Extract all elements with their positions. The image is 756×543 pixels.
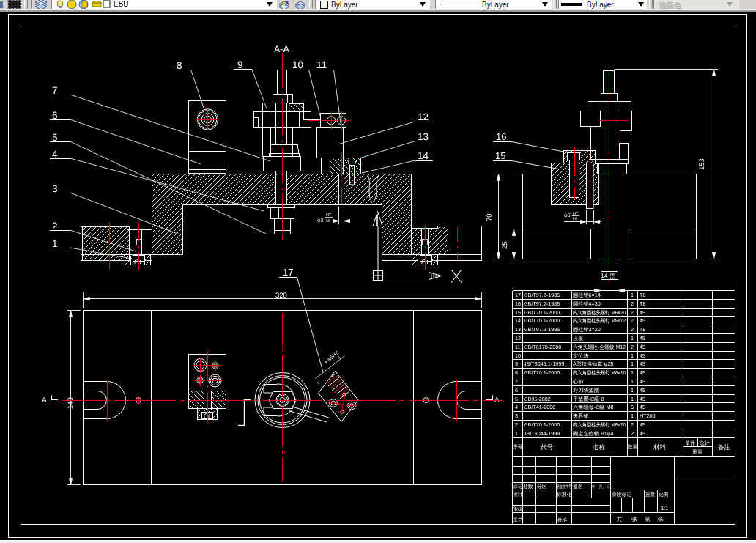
svg-text:A型快换钻套 φ25: A型快换钻套 φ25	[573, 361, 613, 367]
svg-text:签名: 签名	[573, 484, 583, 490]
svg-text:六角螺母-C级 M8: 六角螺母-C级 M8	[573, 404, 614, 410]
svg-text:45: 45	[640, 361, 645, 367]
svg-text:45: 45	[640, 369, 645, 376]
svg-text:11: 11	[316, 59, 327, 70]
svg-text:45: 45	[640, 335, 645, 341]
svg-text:GB/T97.2-1985: GB/T97.2-1985	[524, 326, 560, 333]
svg-text:6: 6	[515, 387, 518, 394]
svg-text:6: 6	[52, 110, 58, 121]
svg-text:六角头螺栓-全螺纹 M12: 六角头螺栓-全螺纹 M12	[573, 344, 626, 350]
svg-text:5: 5	[631, 404, 634, 410]
svg-text:T8: T8	[640, 292, 645, 298]
svg-text:140: 140	[67, 397, 75, 409]
svg-text:1: 1	[631, 369, 634, 376]
svg-text:GB/T70.1-2000: GB/T70.1-2000	[524, 317, 560, 324]
svg-text:13: 13	[515, 326, 521, 333]
svg-text:心轴: 心轴	[572, 378, 583, 385]
svg-text:9: 9	[515, 361, 518, 367]
svg-text:代号: 代号	[540, 443, 554, 451]
svg-text:45: 45	[640, 396, 645, 402]
svg-text:批准: 批准	[557, 517, 568, 523]
svg-text:15: 15	[495, 150, 505, 161]
svg-text:2: 2	[631, 317, 634, 324]
svg-text:2: 2	[515, 421, 518, 428]
svg-text:1: 1	[631, 352, 634, 359]
svg-text:2: 2	[52, 221, 58, 232]
svg-text:14: 14	[515, 317, 521, 324]
svg-text:1: 1	[631, 387, 634, 394]
svg-text:25: 25	[501, 241, 509, 249]
svg-text:1: 1	[515, 430, 518, 437]
svg-text:9: 9	[237, 59, 243, 70]
svg-text:GB/T70.1-2000: GB/T70.1-2000	[524, 309, 560, 316]
svg-text:45: 45	[640, 378, 645, 385]
svg-text:1: 1	[631, 396, 634, 402]
svg-text:圆柱销6×14: 圆柱销6×14	[573, 292, 601, 298]
svg-text:内六角圆柱头螺钉 M6×10: 内六角圆柱头螺钉 M6×10	[573, 421, 626, 428]
svg-text:3: 3	[515, 413, 518, 419]
svg-text:45: 45	[640, 352, 645, 359]
svg-text:13: 13	[418, 131, 429, 142]
svg-text:2: 2	[631, 430, 634, 437]
svg-text:GB/T97.2-1985: GB/T97.2-1985	[524, 292, 560, 298]
svg-text:2: 2	[631, 326, 634, 333]
svg-text:名称: 名称	[593, 443, 606, 451]
svg-text:内六角圆柱头螺钉 M6×10: 内六角圆柱头螺钉 M6×10	[573, 369, 626, 376]
svg-text:JB/T8044-1999: JB/T8044-1999	[524, 430, 560, 437]
svg-text:对刀块垫圈: 对刀块垫圈	[573, 387, 599, 394]
svg-text:备注: 备注	[718, 443, 731, 451]
svg-text:序号: 序号	[513, 444, 522, 450]
svg-text:标准化: 标准化	[556, 492, 572, 498]
svg-text:2: 2	[631, 309, 634, 316]
svg-text:GB/T70.1-2000: GB/T70.1-2000	[524, 369, 560, 376]
svg-text:12: 12	[418, 111, 429, 122]
svg-text:张: 张	[658, 516, 664, 522]
svg-text:第: 第	[645, 516, 651, 522]
svg-text:张: 张	[631, 516, 637, 522]
svg-text:153: 153	[698, 158, 706, 170]
svg-text:阶段标记: 阶段标记	[612, 492, 631, 498]
svg-text:k6: k6	[326, 219, 330, 224]
svg-text:JB/T8045.1-1999: JB/T8045.1-1999	[524, 361, 564, 367]
svg-text:处数: 处数	[523, 484, 533, 490]
svg-text:比例: 比例	[659, 492, 669, 498]
svg-text:重量: 重量	[645, 492, 656, 498]
svg-text:A: A	[42, 396, 47, 405]
svg-text:320: 320	[275, 292, 287, 300]
svg-text:压板: 压板	[573, 335, 583, 341]
svg-text:14: 14	[418, 150, 429, 161]
svg-text:12: 12	[515, 335, 521, 341]
svg-text:7: 7	[52, 85, 58, 96]
svg-text:15: 15	[515, 309, 521, 316]
svg-text:φ6: φ6	[564, 213, 571, 218]
svg-text:45: 45	[640, 309, 645, 316]
svg-text:10: 10	[292, 59, 303, 70]
svg-text:h6: h6	[610, 277, 615, 281]
svg-text:11: 11	[515, 344, 520, 350]
svg-text:7: 7	[515, 378, 518, 385]
svg-text:5: 5	[515, 396, 518, 402]
svg-text:GB/T6170-2000: GB/T6170-2000	[524, 344, 561, 350]
svg-text:圆柱销3×20: 圆柱销3×20	[573, 326, 601, 333]
svg-text:A-A: A-A	[274, 44, 290, 54]
svg-text:重量: 重量	[692, 449, 703, 455]
svg-text:70: 70	[486, 213, 494, 221]
svg-text:圆柱销4×30: 圆柱销4×30	[573, 300, 601, 307]
svg-text:设计: 设计	[513, 492, 523, 498]
svg-text:4: 4	[52, 149, 58, 160]
svg-text:固定定位销 B1φ4: 固定定位销 B1φ4	[573, 430, 613, 437]
svg-text:工艺: 工艺	[513, 517, 523, 523]
svg-text:定位块: 定位块	[573, 352, 589, 359]
svg-text:φ3: φ3	[317, 218, 324, 224]
svg-text:内六角圆柱头螺钉 M6×12: 内六角圆柱头螺钉 M6×12	[573, 317, 626, 324]
svg-text:单件: 单件	[685, 440, 695, 446]
svg-text:1: 1	[631, 335, 634, 341]
svg-text:2: 2	[631, 344, 634, 350]
svg-text:45: 45	[640, 404, 645, 410]
svg-text:2: 2	[631, 421, 634, 428]
svg-text:5: 5	[52, 132, 58, 143]
svg-text:16: 16	[496, 131, 506, 142]
svg-text:标记: 标记	[512, 484, 523, 490]
svg-text:45: 45	[640, 317, 645, 324]
svg-text:1: 1	[631, 361, 634, 367]
